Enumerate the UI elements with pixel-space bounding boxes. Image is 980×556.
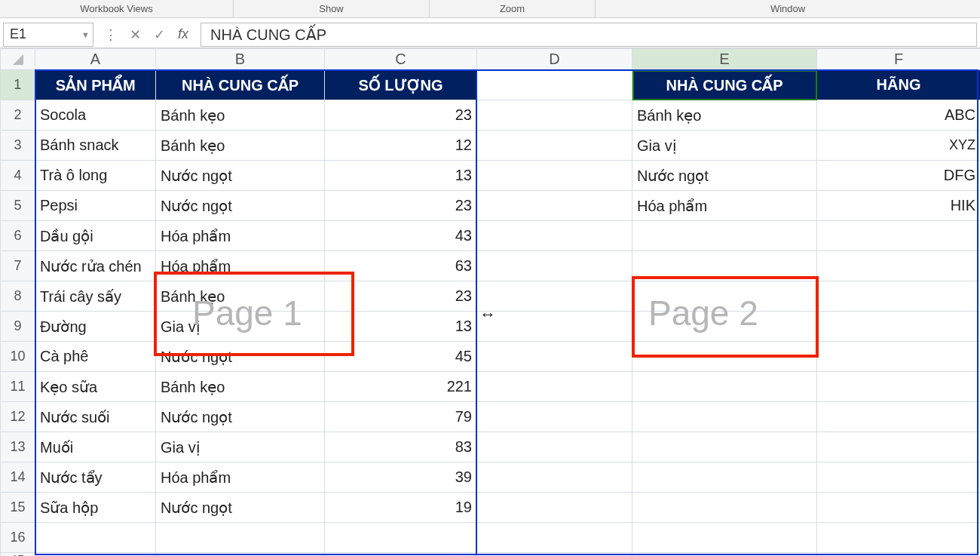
- cell-A8[interactable]: Trái cây sấy: [35, 281, 156, 312]
- spreadsheet-grid[interactable]: A B C D E F 1 SẢN PHẨM NHÀ CUNG CẤP SỐ L…: [0, 48, 980, 556]
- cell-C14[interactable]: 39: [325, 462, 477, 493]
- cell-A7[interactable]: Nước rửa chén: [35, 251, 156, 281]
- cell-F2[interactable]: ABC: [817, 100, 981, 131]
- cell-A9[interactable]: Đường: [35, 312, 156, 342]
- row-header-3[interactable]: 3: [1, 131, 35, 161]
- cell-B13[interactable]: Gia vị: [156, 432, 325, 462]
- dots-icon[interactable]: ⋮: [103, 26, 119, 43]
- cell-D3[interactable]: [477, 131, 632, 161]
- row-header-7[interactable]: 7: [1, 251, 35, 281]
- cell-A16[interactable]: [35, 523, 156, 553]
- cell-D14[interactable]: [477, 462, 632, 493]
- page-break-bottom[interactable]: [35, 554, 978, 555]
- cell-A15[interactable]: Sữa hộp: [35, 493, 156, 523]
- row-header-4[interactable]: 4: [1, 161, 35, 191]
- cell-E11[interactable]: [632, 372, 817, 402]
- ribbon-group-window[interactable]: Window: [596, 0, 980, 17]
- select-all-corner[interactable]: [1, 49, 35, 70]
- row-header-6[interactable]: 6: [1, 221, 35, 251]
- row-header-2[interactable]: 2: [1, 100, 35, 131]
- cell-E5[interactable]: Hóa phẩm: [632, 191, 817, 221]
- col-header-B[interactable]: B: [156, 49, 325, 70]
- cell-D1[interactable]: [477, 70, 632, 100]
- cell-C6[interactable]: 43: [325, 221, 477, 251]
- cell-F7[interactable]: [817, 251, 981, 281]
- cell-D5[interactable]: [477, 191, 632, 221]
- cell-F5[interactable]: HIK: [817, 191, 981, 221]
- row-header-12[interactable]: 12: [1, 402, 35, 432]
- cell-F1[interactable]: HÃNG: [817, 70, 981, 100]
- cell-B4[interactable]: Nước ngọt: [156, 161, 325, 191]
- ribbon-group-workbook-views[interactable]: Workbook Views: [0, 0, 234, 17]
- cell-C9[interactable]: 13: [325, 312, 477, 342]
- chevron-down-icon[interactable]: ▼: [81, 30, 90, 39]
- cell-B6[interactable]: Hóa phẩm: [156, 221, 325, 251]
- cell-A13[interactable]: Muối: [35, 432, 156, 462]
- fx-icon[interactable]: fx: [175, 26, 191, 42]
- cell-E10[interactable]: [632, 342, 817, 372]
- cell-C5[interactable]: 23: [325, 191, 477, 221]
- cell-A14[interactable]: Nước tẩy: [35, 462, 156, 493]
- cell-E2[interactable]: Bánh kẹo: [632, 100, 817, 131]
- cell-F13[interactable]: [817, 432, 981, 462]
- cell-A12[interactable]: Nước suối: [35, 402, 156, 432]
- cell-F6[interactable]: [817, 221, 981, 251]
- row-header-15[interactable]: 15: [1, 493, 35, 523]
- cell-D7[interactable]: [477, 251, 632, 281]
- page-break-top[interactable]: [35, 69, 978, 71]
- cell-E8[interactable]: [632, 281, 817, 312]
- row-header-11[interactable]: 11: [1, 372, 35, 402]
- name-box[interactable]: E1 ▼: [3, 23, 93, 47]
- cell-B5[interactable]: Nước ngọt: [156, 191, 325, 221]
- cell-C10[interactable]: 45: [325, 342, 477, 372]
- cell-D4[interactable]: [477, 161, 632, 191]
- cell-B3[interactable]: Bánh kẹo: [156, 131, 325, 161]
- row-header-17[interactable]: 17: [1, 553, 35, 557]
- formula-input[interactable]: NHÀ CUNG CẤP: [201, 23, 977, 47]
- cell-B14[interactable]: Hóa phẩm: [156, 462, 325, 493]
- col-header-A[interactable]: A: [35, 49, 156, 70]
- cell-E7[interactable]: [632, 251, 817, 281]
- cell-E6[interactable]: [632, 221, 817, 251]
- cell-C1[interactable]: SỐ LƯỢNG: [325, 70, 477, 100]
- cell-F15[interactable]: [817, 493, 981, 523]
- cell-B12[interactable]: Nước ngọt: [156, 402, 325, 432]
- cell-F4[interactable]: DFG: [817, 161, 981, 191]
- cell-D11[interactable]: [477, 372, 632, 402]
- cell-F10[interactable]: [817, 342, 981, 372]
- enter-icon[interactable]: ✓: [151, 26, 167, 43]
- cell-A5[interactable]: Pepsi: [35, 191, 156, 221]
- cell-C16[interactable]: [325, 523, 477, 553]
- cell-A6[interactable]: Dầu gội: [35, 221, 156, 251]
- col-header-C[interactable]: C: [325, 49, 477, 70]
- cell-C8[interactable]: 23: [325, 281, 477, 312]
- resize-horizontal-icon[interactable]: ↔: [479, 305, 496, 324]
- cell-B10[interactable]: Nước ngọt: [156, 342, 325, 372]
- cell-B7[interactable]: Hóa phẩm: [156, 251, 325, 281]
- cell-E4[interactable]: Nước ngọt: [632, 161, 817, 191]
- cell-C11[interactable]: 221: [325, 372, 477, 402]
- cell-A11[interactable]: Kẹo sữa: [35, 372, 156, 402]
- cell-F14[interactable]: [817, 462, 981, 493]
- cell-E1[interactable]: NHÀ CUNG CẤP: [632, 70, 817, 100]
- cell-A1[interactable]: SẢN PHẨM: [35, 70, 156, 100]
- cell-A10[interactable]: Cà phê: [35, 342, 156, 372]
- cell-D10[interactable]: [477, 342, 632, 372]
- page-break-right[interactable]: [977, 69, 978, 555]
- cell-D2[interactable]: [477, 100, 632, 131]
- cell-F16[interactable]: [817, 523, 981, 553]
- col-header-D[interactable]: D: [477, 49, 632, 70]
- cell-E13[interactable]: [632, 432, 817, 462]
- cell-E15[interactable]: [632, 493, 817, 523]
- row-header-10[interactable]: 10: [1, 342, 35, 372]
- cell-F12[interactable]: [817, 402, 981, 432]
- row-header-16[interactable]: 16: [1, 523, 35, 553]
- cell-F8[interactable]: [817, 281, 981, 312]
- cell-D8[interactable]: [477, 281, 632, 312]
- cell-A3[interactable]: Bánh snack: [35, 131, 156, 161]
- page-break-left[interactable]: [35, 69, 36, 555]
- cell-E14[interactable]: [632, 462, 817, 493]
- row-header-1[interactable]: 1: [1, 70, 35, 100]
- cell-C3[interactable]: 12: [325, 131, 477, 161]
- row-header-5[interactable]: 5: [1, 191, 35, 221]
